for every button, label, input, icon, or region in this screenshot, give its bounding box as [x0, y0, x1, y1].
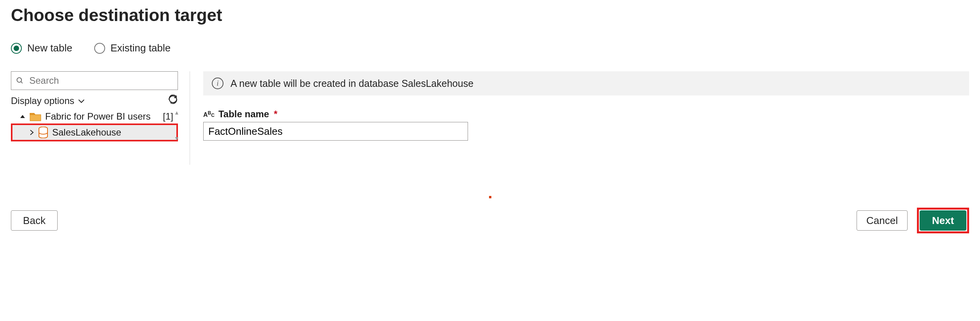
chevron-down-icon	[77, 98, 85, 104]
tree-child-label: SalesLakehouse	[52, 127, 121, 138]
cancel-button[interactable]: Cancel	[857, 210, 908, 231]
radio-existing-table-label: Existing table	[111, 42, 171, 54]
scroll-down-icon: ▼	[174, 135, 179, 141]
scroll-up-icon: ▲	[174, 109, 179, 116]
required-asterisk: *	[274, 109, 277, 120]
search-field[interactable]	[28, 75, 173, 86]
display-options-label: Display options	[11, 95, 74, 106]
table-mode-radio-group: New table Existing table	[11, 42, 969, 54]
table-name-input[interactable]	[203, 122, 468, 141]
info-message: A new table will be created in database …	[230, 78, 473, 89]
back-button[interactable]: Back	[11, 210, 58, 231]
page-title: Choose destination target	[11, 5, 969, 25]
display-options-toggle[interactable]: Display options	[11, 95, 85, 106]
radio-new-table[interactable]: New table	[11, 42, 72, 54]
tree-child-row[interactable]: SalesLakehouse	[12, 125, 176, 140]
tree-folder-label: Fabric for Power BI users	[45, 111, 151, 122]
info-banner: i A new table will be created in databas…	[203, 71, 969, 95]
folder-icon	[30, 112, 41, 121]
refresh-button[interactable]	[168, 95, 178, 107]
info-icon: i	[212, 78, 223, 89]
radio-new-table-label: New table	[27, 42, 72, 54]
object-tree: Fabric for Power BI users [1] SalesLakeh…	[11, 109, 178, 141]
radio-empty-icon	[94, 43, 105, 54]
collapse-icon	[19, 113, 26, 120]
search-input[interactable]	[11, 71, 178, 90]
text-type-icon: ABC	[203, 111, 215, 118]
tree-scrollbar[interactable]: ▲ ▼	[174, 109, 179, 141]
svg-point-0	[17, 78, 22, 82]
lakehouse-icon	[38, 127, 48, 138]
next-button[interactable]: Next	[920, 210, 966, 231]
svg-line-1	[21, 82, 23, 83]
table-name-label: Table name	[218, 109, 269, 120]
tree-folder-row[interactable]: Fabric for Power BI users [1]	[11, 109, 178, 123]
decorative-dot	[489, 196, 491, 198]
radio-dot-icon	[11, 43, 22, 54]
svg-marker-2	[20, 115, 25, 118]
refresh-icon	[168, 95, 178, 105]
expand-icon	[29, 129, 34, 136]
table-name-label-row: ABC Table name *	[203, 109, 969, 120]
radio-existing-table[interactable]: Existing table	[94, 42, 171, 54]
search-icon	[16, 76, 24, 85]
